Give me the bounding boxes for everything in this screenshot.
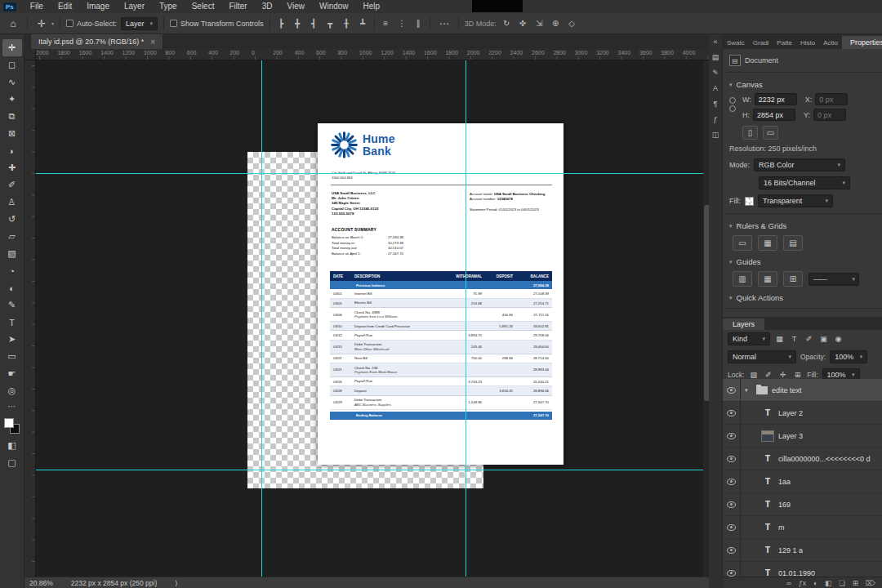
- fill-dropdown[interactable]: Transparent: [758, 194, 833, 207]
- guide-horizontal[interactable]: [36, 173, 709, 174]
- align-icon[interactable]: ┣: [276, 19, 287, 28]
- layers-action-icon[interactable]: ◧: [825, 579, 831, 587]
- visibility-toggle[interactable]: [723, 516, 741, 538]
- 3d-mode-icon[interactable]: ⊕: [550, 19, 561, 28]
- edit-toolbar-icon[interactable]: ⋯: [8, 402, 16, 411]
- canvas-section-header[interactable]: Canvas: [723, 76, 882, 91]
- menu-item[interactable]: Layer: [117, 0, 152, 13]
- quick-actions-section-header[interactable]: Quick Actions: [723, 289, 882, 305]
- layer-filter-icon[interactable]: ▣: [818, 335, 829, 343]
- menu-item[interactable]: 3D: [255, 0, 280, 13]
- app-icon[interactable]: Ps: [3, 2, 16, 11]
- align-icon[interactable]: ┻: [358, 19, 368, 28]
- canvas-viewport[interactable]: Hume Bank Cnr Swift and David St, Albury…: [36, 60, 709, 577]
- distribute-icon[interactable]: ⋮: [397, 19, 408, 28]
- orientation-landscape-button[interactable]: ▭: [763, 126, 778, 140]
- frame-tool[interactable]: ⊠: [2, 125, 22, 142]
- menu-item[interactable]: Filter: [221, 0, 254, 13]
- show-transform-checkbox[interactable]: [170, 20, 177, 27]
- layers-action-icon[interactable]: ƒx: [799, 579, 806, 587]
- eyedropper-tool[interactable]: ◗: [2, 142, 22, 159]
- menu-item[interactable]: File: [23, 0, 51, 13]
- panel-tab[interactable]: Gradi: [749, 37, 773, 49]
- eraser-tool[interactable]: ▱: [2, 228, 22, 245]
- quick-selection-tool[interactable]: ✦: [2, 91, 22, 108]
- align-icon[interactable]: ┳: [325, 19, 336, 28]
- brush-tool[interactable]: ✐: [2, 176, 22, 194]
- layer-row[interactable]: 169: [723, 493, 882, 516]
- more-options-icon[interactable]: ⋯: [436, 18, 452, 29]
- layer-row[interactable]: edite text: [723, 379, 882, 402]
- dock-panel-icon[interactable]: ƒ: [713, 115, 717, 123]
- guide-vertical[interactable]: [261, 60, 262, 577]
- visibility-toggle[interactable]: [723, 448, 741, 470]
- layer-row[interactable]: Layer 3: [723, 425, 882, 448]
- shape-tool[interactable]: ▭: [2, 348, 22, 365]
- status-expand-icon[interactable]: ⟩: [175, 579, 177, 587]
- vertical-scrollbar[interactable]: [703, 60, 709, 577]
- panel-tab[interactable]: Swatc: [723, 37, 749, 49]
- canvas-area[interactable]: 2000180016001400120010008006004002000200…: [24, 49, 709, 577]
- menu-item[interactable]: Image: [79, 0, 117, 13]
- screen-mode-icon[interactable]: ▢: [2, 454, 22, 471]
- quick-mask-icon[interactable]: ◧: [2, 437, 22, 454]
- visibility-toggle[interactable]: [723, 425, 741, 447]
- 3d-mode-icon[interactable]: ✜: [518, 19, 528, 28]
- layer-filter-icon[interactable]: ✐: [804, 335, 814, 343]
- dock-panel-icon[interactable]: ◫: [712, 131, 719, 139]
- type-tool[interactable]: T: [2, 314, 22, 331]
- menu-item[interactable]: Select: [185, 0, 222, 13]
- visibility-toggle[interactable]: [723, 470, 741, 492]
- blur-tool[interactable]: ◔: [2, 262, 22, 279]
- rulers-grids-section-header[interactable]: Rulers & Grids: [723, 217, 882, 233]
- guides-toggle-button[interactable]: ⊞: [783, 271, 803, 287]
- dock-panel-icon[interactable]: ¶: [714, 100, 718, 108]
- layer-row[interactable]: 1aa: [723, 470, 882, 493]
- color-swatches[interactable]: [4, 418, 20, 434]
- menu-item[interactable]: Window: [312, 0, 356, 13]
- layers-action-icon[interactable]: ❏: [839, 579, 845, 587]
- x-field[interactable]: 0 px: [815, 93, 848, 105]
- history-brush-tool[interactable]: ↺: [2, 211, 22, 228]
- crop-tool[interactable]: ⧉: [2, 108, 22, 125]
- layers-action-icon[interactable]: ◐: [813, 579, 817, 587]
- auto-select-target-dropdown[interactable]: Layer: [121, 17, 158, 30]
- menu-item[interactable]: Help: [356, 0, 388, 13]
- 3d-mode-icon[interactable]: ↻: [501, 19, 512, 28]
- layers-action-icon[interactable]: ⌦: [866, 579, 875, 587]
- lock-icon[interactable]: ▨: [748, 371, 759, 379]
- foreground-color-swatch[interactable]: [4, 418, 14, 428]
- rulers-grids-toggle-button[interactable]: ▦: [758, 235, 777, 251]
- gradient-tool[interactable]: ▧: [2, 245, 22, 262]
- visibility-toggle[interactable]: [723, 493, 741, 515]
- layer-filter-icon[interactable]: ◉: [833, 335, 844, 343]
- guides-toggle-button[interactable]: ▥: [733, 271, 752, 287]
- menu-item[interactable]: Edit: [51, 0, 79, 13]
- panel-tab[interactable]: Histo: [796, 37, 819, 49]
- layer-row[interactable]: 01.01.1990: [723, 562, 882, 577]
- orientation-portrait-button[interactable]: ▯: [742, 126, 758, 140]
- home-icon[interactable]: ⌂: [5, 18, 21, 29]
- distribute-icon[interactable]: ∥: [413, 19, 424, 28]
- document-tab[interactable]: Italy id.psd @ 20.7% (RGB/16) * ×: [31, 34, 163, 49]
- rulers-grids-toggle-button[interactable]: ▭: [733, 235, 752, 251]
- layers-action-icon[interactable]: ⊞: [853, 579, 858, 587]
- layer-row[interactable]: 129 1 a: [723, 539, 882, 562]
- tab-layers[interactable]: Layers: [723, 318, 764, 330]
- zoom-tool[interactable]: ◎: [2, 382, 22, 399]
- group-chevron-icon[interactable]: [745, 387, 752, 394]
- layer-filter-kind-dropdown[interactable]: Kind: [728, 332, 770, 345]
- visibility-toggle[interactable]: [723, 402, 741, 424]
- layer-row[interactable]: cilla0000000...<<<<<<<<0 d: [723, 448, 882, 470]
- auto-select-checkbox[interactable]: [66, 20, 74, 27]
- rulers-grids-toggle-button[interactable]: ▤: [783, 235, 803, 251]
- lock-icon[interactable]: ⊞: [792, 371, 803, 379]
- height-field[interactable]: 2854 px: [753, 109, 795, 121]
- width-field[interactable]: 2232 px: [755, 93, 797, 105]
- visibility-toggle[interactable]: [723, 562, 741, 577]
- ruler-corner[interactable]: [24, 49, 36, 60]
- top-ruler[interactable]: 2000180016001400120010008006004002000200…: [36, 49, 709, 60]
- lock-icon[interactable]: ✛: [777, 371, 788, 379]
- left-ruler[interactable]: [24, 60, 36, 577]
- dock-panel-icon[interactable]: ▤: [712, 53, 719, 61]
